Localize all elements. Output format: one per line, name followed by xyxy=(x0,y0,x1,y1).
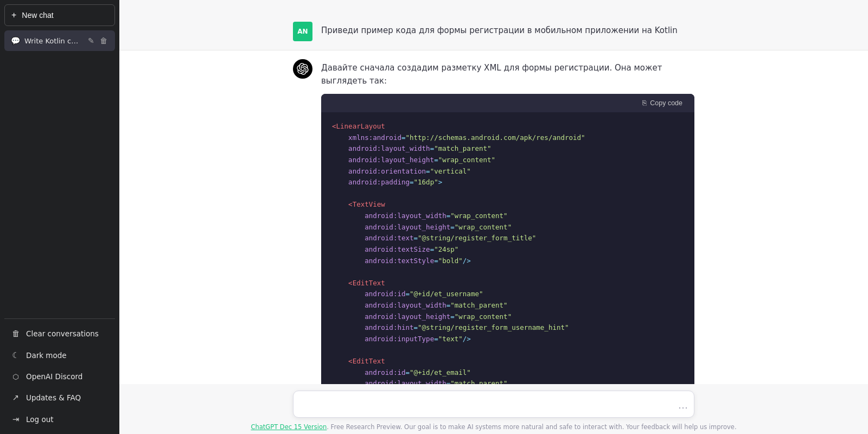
openai-logo-icon xyxy=(297,63,309,75)
sidebar-item-logout[interactable]: ⇥ Log out xyxy=(4,409,115,430)
main-panel: AN Приведи пример кода для формы регистр… xyxy=(119,0,868,434)
delete-conv-button[interactable]: 🗑 xyxy=(99,35,108,46)
sidebar-item-updates[interactable]: ↗ Updates & FAQ xyxy=(4,387,115,408)
copy-code-button[interactable]: ⎘ Copy code xyxy=(639,98,686,108)
code-content: <LinearLayout xmlns:android="http://sche… xyxy=(321,112,694,384)
copy-code-label: Copy code xyxy=(650,99,682,107)
assistant-message-inner: Давайте сначала создадим разметку XML дл… xyxy=(293,59,694,384)
sidebar-item-conv-1[interactable]: 💬 Write Kotlin code for A ✎ 🗑 xyxy=(4,30,115,51)
user-message-inner: AN Приведи пример кода для формы регистр… xyxy=(293,22,694,41)
sidebar-item-discord[interactable]: ⬡ OpenAI Discord xyxy=(4,367,115,386)
copy-icon: ⎘ xyxy=(642,99,647,107)
send-button[interactable]: ⋯ xyxy=(678,401,688,413)
assistant-message-content: Давайте сначала создадим разметку XML дл… xyxy=(321,59,694,384)
code-block: ⎘ Copy code <LinearLayout xmlns:android=… xyxy=(321,94,694,384)
conv-label: Write Kotlin code for A xyxy=(24,37,82,45)
trash-icon: 🗑 xyxy=(11,329,21,339)
conv-action-icons: ✎ 🗑 xyxy=(87,35,108,46)
new-chat-button[interactable]: + New chat xyxy=(4,4,115,26)
code-block-header: ⎘ Copy code xyxy=(321,94,694,112)
updates-label: Updates & FAQ xyxy=(26,393,81,402)
input-box-container: ⋯ xyxy=(293,391,694,420)
logout-label: Log out xyxy=(26,415,54,424)
plus-icon: + xyxy=(11,10,16,20)
sidebar: + New chat 💬 Write Kotlin code for A ✎ 🗑… xyxy=(0,0,119,434)
message-input[interactable] xyxy=(293,391,694,418)
user-message-text: Приведи пример кода для формы регистраци… xyxy=(321,24,694,37)
sidebar-item-clear-conversations[interactable]: 🗑 Clear conversations xyxy=(4,323,115,344)
chat-area: AN Приведи пример кода для формы регистр… xyxy=(119,0,868,384)
logout-icon: ⇥ xyxy=(11,414,21,424)
discord-icon: ⬡ xyxy=(11,373,21,381)
send-icon: ⋯ xyxy=(678,402,688,413)
clear-conversations-label: Clear conversations xyxy=(26,329,99,338)
footer-rest: . Free Research Preview. Our goal is to … xyxy=(327,423,736,431)
input-area: ⋯ ChatGPT Dec 15 Version. Free Research … xyxy=(119,384,868,434)
user-message-row: AN Приведи пример кода для формы регистр… xyxy=(119,13,868,50)
user-message-content: Приведи пример кода для формы регистраци… xyxy=(321,22,694,37)
assistant-intro-text: Давайте сначала создадим разметку XML дл… xyxy=(321,61,694,87)
chat-icon: 💬 xyxy=(11,36,20,45)
footer-text: ChatGPT Dec 15 Version. Free Research Pr… xyxy=(251,423,736,431)
moon-icon: ☾ xyxy=(11,350,21,360)
sidebar-bottom: 🗑 Clear conversations ☾ Dark mode ⬡ Open… xyxy=(4,318,115,430)
sidebar-item-dark-mode[interactable]: ☾ Dark mode xyxy=(4,345,115,366)
assistant-message-row: Давайте сначала создадим разметку XML дл… xyxy=(119,50,868,384)
discord-label: OpenAI Discord xyxy=(26,372,82,381)
dark-mode-label: Dark mode xyxy=(26,351,67,360)
user-avatar: AN xyxy=(293,22,312,41)
assistant-avatar xyxy=(293,59,312,79)
external-link-icon: ↗ xyxy=(11,393,21,403)
new-chat-label: New chat xyxy=(22,11,53,20)
edit-conv-button[interactable]: ✎ xyxy=(87,35,95,46)
footer-link[interactable]: ChatGPT Dec 15 Version xyxy=(251,423,327,431)
conversations-list: 💬 Write Kotlin code for A ✎ 🗑 xyxy=(4,30,115,51)
